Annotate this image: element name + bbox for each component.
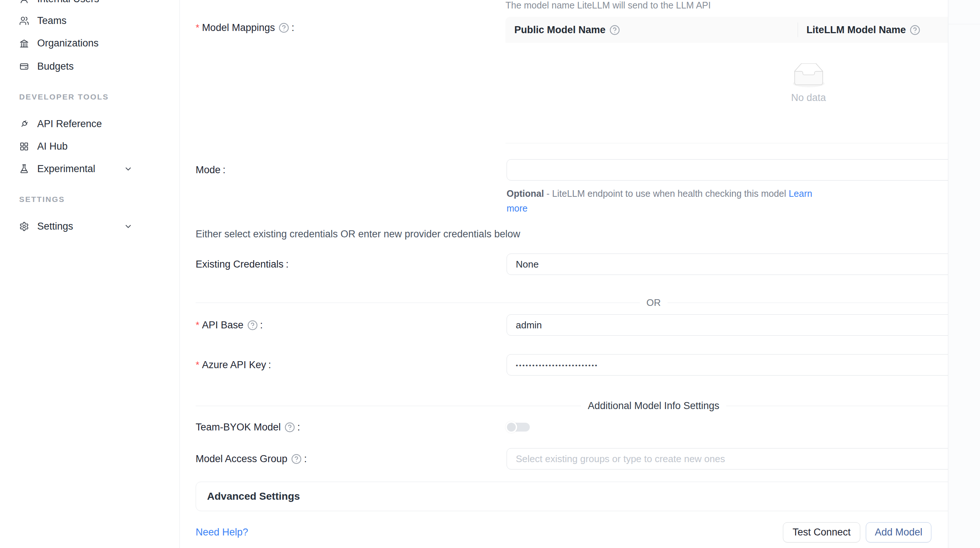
sidebar-section-settings: SETTINGS bbox=[19, 194, 65, 205]
api-base-label: * API Base : bbox=[196, 319, 262, 331]
teams-icon bbox=[19, 16, 29, 26]
additional-info-divider: Additional Model Info Settings bbox=[196, 400, 980, 412]
sidebar: Internal Users Teams Organizations Budge… bbox=[0, 0, 180, 548]
required-marker: * bbox=[196, 359, 199, 371]
model-name-help-text: The model name LiteLLM will send to the … bbox=[506, 0, 711, 11]
azure-api-key-input[interactable]: ••••••••••••••••••••••••• bbox=[507, 354, 980, 376]
mode-label: Mode : bbox=[196, 164, 226, 176]
mode-select[interactable] bbox=[507, 159, 980, 181]
help-icon[interactable] bbox=[291, 454, 302, 464]
advanced-settings-panel[interactable]: Advanced Settings bbox=[196, 482, 980, 511]
model-access-group-label: Model Access Group : bbox=[196, 453, 307, 465]
add-model-button[interactable]: Add Model bbox=[866, 522, 931, 542]
advanced-settings-label: Advanced Settings bbox=[207, 491, 300, 502]
required-marker: * bbox=[196, 22, 199, 33]
toggle-knob bbox=[506, 421, 517, 433]
help-icon[interactable] bbox=[285, 422, 295, 433]
sidebar-item-budgets[interactable]: Budgets bbox=[0, 55, 180, 78]
chevron-down-icon[interactable] bbox=[124, 164, 133, 173]
or-divider: OR bbox=[196, 297, 980, 309]
page-background-strip bbox=[948, 0, 980, 548]
credentials-note: Either select existing credentials OR en… bbox=[196, 228, 520, 240]
model-mappings-table: Public Model Name LiteLLM Model Name No … bbox=[506, 17, 980, 143]
sidebar-item-experimental[interactable]: Experimental bbox=[0, 158, 180, 180]
or-text: OR bbox=[640, 297, 668, 309]
model-access-group-select[interactable]: Select existing groups or type to create… bbox=[507, 448, 980, 470]
sidebar-item-ai-hub[interactable]: AI Hub bbox=[0, 135, 180, 158]
team-byok-label: Team-BYOK Model : bbox=[196, 421, 300, 433]
api-base-value: admin bbox=[516, 320, 542, 331]
no-data-text: No data bbox=[791, 92, 826, 104]
required-marker: * bbox=[196, 320, 199, 331]
test-connect-button[interactable]: Test Connect bbox=[783, 522, 860, 542]
chevron-down-icon[interactable] bbox=[124, 222, 133, 231]
sidebar-item-internal-users[interactable]: Internal Users bbox=[0, 0, 180, 10]
existing-credentials-label: Existing Credentials : bbox=[196, 258, 288, 270]
flask-icon bbox=[19, 164, 29, 174]
sidebar-item-label: Organizations bbox=[37, 38, 99, 49]
sidebar-item-organizations[interactable]: Organizations bbox=[0, 32, 180, 54]
sidebar-item-api-reference[interactable]: API Reference bbox=[0, 112, 180, 135]
table-header-row: Public Model Name LiteLLM Model Name bbox=[506, 17, 980, 43]
sidebar-item-label: Experimental bbox=[37, 163, 95, 175]
sidebar-item-label: Teams bbox=[37, 15, 67, 27]
additional-info-title: Additional Model Info Settings bbox=[581, 400, 726, 412]
gear-icon bbox=[19, 221, 29, 231]
empty-box-icon bbox=[789, 64, 828, 88]
sidebar-item-label: AI Hub bbox=[37, 141, 68, 152]
plug-icon bbox=[19, 119, 29, 129]
masked-password-value: ••••••••••••••••••••••••• bbox=[516, 362, 598, 369]
credit-card-icon bbox=[19, 62, 29, 72]
sidebar-item-teams[interactable]: Teams bbox=[0, 9, 180, 32]
column-header-public-model-name: Public Model Name bbox=[506, 24, 798, 36]
help-icon[interactable] bbox=[609, 25, 620, 35]
existing-credentials-value: None bbox=[516, 259, 539, 270]
table-empty-state: No data bbox=[506, 43, 980, 143]
model-access-group-placeholder: Select existing groups or type to create… bbox=[516, 453, 725, 465]
help-icon[interactable] bbox=[910, 25, 920, 35]
user-icon bbox=[19, 0, 29, 4]
grid-icon bbox=[19, 142, 29, 151]
sidebar-item-label: Settings bbox=[37, 221, 73, 232]
azure-api-key-label: * Azure API Key : bbox=[196, 359, 271, 371]
sidebar-item-label: Internal Users bbox=[37, 0, 99, 5]
sidebar-item-settings[interactable]: Settings bbox=[0, 215, 180, 238]
api-base-input[interactable]: admin bbox=[507, 314, 980, 336]
existing-credentials-select[interactable]: None bbox=[507, 253, 980, 275]
sidebar-item-label: API Reference bbox=[37, 118, 102, 130]
mode-help-text: Optional - LiteLLM endpoint to use when … bbox=[507, 186, 831, 216]
need-help-link[interactable]: Need Help? bbox=[196, 527, 248, 538]
sidebar-item-label: Budgets bbox=[37, 61, 74, 72]
team-byok-toggle[interactable] bbox=[506, 421, 531, 433]
sidebar-section-developer-tools: DEVELOPER TOOLS bbox=[19, 91, 109, 102]
add-model-form: The model name LiteLLM will send to the … bbox=[180, 0, 948, 548]
column-divider bbox=[798, 22, 798, 37]
bank-icon bbox=[19, 38, 29, 48]
help-icon[interactable] bbox=[247, 320, 258, 331]
model-mappings-label: * Model Mappings : bbox=[196, 22, 294, 33]
help-icon[interactable] bbox=[278, 22, 289, 33]
